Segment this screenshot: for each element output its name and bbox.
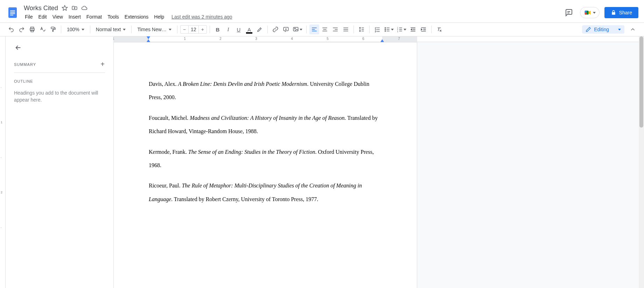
paragraph-style-select[interactable]: Normal text	[93, 25, 129, 34]
horizontal-ruler[interactable]: 1 1 2 3 4 5 6 7	[113, 36, 644, 42]
svg-rect-3	[10, 13, 15, 14]
decrease-indent-button[interactable]	[408, 25, 418, 34]
document-page[interactable]: Davis, Alex. A Broken Line: Denis Devlin…	[113, 42, 417, 288]
comment-history-button[interactable]	[562, 6, 575, 19]
highlight-button[interactable]	[255, 25, 265, 34]
citation-entry[interactable]: Davis, Alex. A Broken Line: Denis Devlin…	[149, 77, 382, 104]
collapse-toolbar-button[interactable]	[628, 25, 638, 34]
svg-rect-10	[584, 11, 587, 13]
toolbar: 100% Normal text Times New… − 12 + B I U…	[0, 22, 644, 36]
menubar: File Edit View Insert Format Tools Exten…	[22, 13, 562, 21]
italic-button[interactable]: I	[223, 25, 233, 34]
font-size-decrease[interactable]: −	[181, 26, 188, 33]
text-color-button[interactable]: A	[244, 25, 254, 34]
summary-heading: SUMMARY	[14, 62, 36, 67]
header: Works Cited File Edit View Insert Format…	[0, 0, 644, 22]
svg-point-39	[385, 27, 386, 28]
checklist-button[interactable]	[372, 25, 382, 34]
ruler-num: 3	[255, 37, 257, 41]
star-icon[interactable]	[62, 5, 68, 11]
svg-rect-2	[10, 12, 15, 13]
underline-button[interactable]: U	[234, 25, 244, 34]
citation-entry[interactable]: Kermode, Frank. The Sense of an Ending: …	[149, 145, 382, 172]
citation-entry[interactable]: Ricoeur, Paul. The Rule of Metaphor: Mul…	[149, 179, 382, 206]
citation-entry[interactable]: Foucault, Michel. Madness and Civilizati…	[149, 111, 382, 138]
svg-marker-5	[62, 6, 67, 11]
move-icon[interactable]	[71, 5, 78, 11]
align-justify-button[interactable]	[341, 25, 351, 34]
menu-file[interactable]: File	[22, 13, 35, 21]
chevron-down-icon	[82, 29, 84, 30]
paint-format-button[interactable]	[48, 25, 58, 34]
outline-empty-text: Headings you add to the document will ap…	[14, 90, 105, 103]
mode-switcher[interactable]: Editing	[582, 25, 624, 34]
ruler-num: 2	[219, 37, 222, 41]
align-right-button[interactable]	[330, 25, 340, 34]
spellcheck-button[interactable]	[38, 25, 48, 34]
close-outline-button[interactable]	[14, 43, 22, 52]
left-indent-marker[interactable]	[147, 39, 150, 42]
meet-icon	[584, 9, 592, 16]
last-edit-link[interactable]: Last edit was 2 minutes ago	[172, 14, 232, 20]
clear-formatting-button[interactable]	[434, 25, 444, 34]
align-left-button[interactable]	[309, 25, 319, 34]
vertical-ruler[interactable]: · 1 · 2 ·	[0, 36, 6, 288]
insert-image-button[interactable]	[292, 25, 303, 34]
redo-button[interactable]	[17, 25, 27, 34]
svg-point-40	[385, 29, 386, 30]
docs-logo[interactable]	[6, 6, 20, 20]
font-value: Times New…	[137, 27, 167, 32]
divider	[14, 73, 105, 73]
ruler-num: 6	[362, 37, 364, 41]
ruler-num: 1	[113, 37, 114, 41]
ruler-num: 5	[327, 37, 329, 41]
menu-tools[interactable]: Tools	[105, 13, 121, 21]
menu-help[interactable]: Help	[152, 13, 167, 21]
menu-view[interactable]: View	[50, 13, 65, 21]
chevron-down-icon	[593, 12, 596, 14]
numbered-list-button[interactable]: 123	[396, 25, 407, 34]
font-size-value[interactable]: 12	[188, 26, 199, 33]
zoom-select[interactable]: 100%	[64, 25, 87, 34]
svg-point-41	[385, 30, 386, 31]
vertical-scrollbar[interactable]	[639, 36, 644, 288]
share-button[interactable]: Share	[604, 7, 638, 18]
outline-heading: OUTLINE	[14, 79, 105, 83]
insert-link-button[interactable]	[271, 25, 280, 34]
right-indent-marker[interactable]	[380, 39, 384, 42]
undo-button[interactable]	[6, 25, 16, 34]
bold-button[interactable]: B	[213, 25, 223, 34]
ruler-num: 4	[291, 37, 293, 41]
increase-indent-button[interactable]	[419, 25, 428, 34]
align-center-button[interactable]	[320, 25, 330, 34]
document-title[interactable]: Works Cited	[24, 5, 58, 12]
svg-rect-15	[51, 27, 54, 29]
scrollbar-thumb[interactable]	[639, 36, 643, 128]
font-size-increase[interactable]: +	[199, 26, 206, 33]
add-comment-button[interactable]	[281, 25, 291, 34]
share-label: Share	[619, 10, 632, 15]
menu-extensions[interactable]: Extensions	[122, 13, 151, 21]
add-summary-button[interactable]: +	[100, 60, 105, 68]
menu-edit[interactable]: Edit	[36, 13, 49, 21]
cloud-status-icon[interactable]	[81, 5, 88, 11]
menu-format[interactable]: Format	[84, 13, 104, 21]
document-body[interactable]: Davis, Alex. A Broken Line: Denis Devlin…	[149, 77, 382, 206]
svg-rect-1	[10, 11, 15, 11]
meet-button[interactable]	[580, 7, 600, 18]
font-select[interactable]: Times New…	[134, 25, 174, 34]
chevron-down-icon	[300, 29, 302, 30]
paragraph-style-value: Normal text	[96, 27, 121, 32]
print-button[interactable]	[27, 25, 37, 34]
menu-insert[interactable]: Insert	[66, 13, 83, 21]
line-spacing-button[interactable]	[357, 25, 366, 34]
svg-text:3: 3	[397, 30, 398, 33]
ruler-num: 1	[184, 37, 186, 41]
chevron-down-icon	[169, 29, 172, 30]
mode-label: Editing	[594, 27, 609, 32]
first-line-indent-marker[interactable]	[147, 36, 150, 39]
font-size-stepper: − 12 +	[180, 25, 207, 34]
bulleted-list-button[interactable]	[383, 25, 395, 34]
chevron-down-icon	[618, 29, 621, 30]
svg-marker-9	[588, 11, 590, 15]
